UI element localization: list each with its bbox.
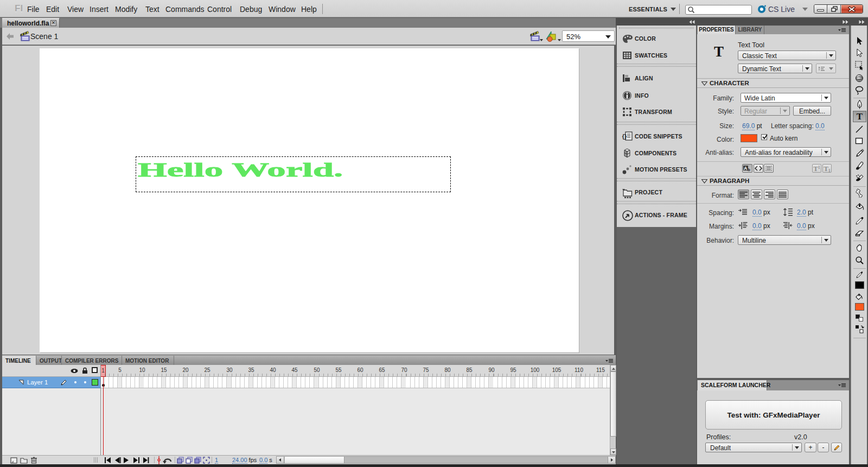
svg-text:b: b	[748, 167, 750, 172]
svg-text:}: }	[624, 134, 627, 140]
svg-text:A: A	[744, 166, 748, 171]
